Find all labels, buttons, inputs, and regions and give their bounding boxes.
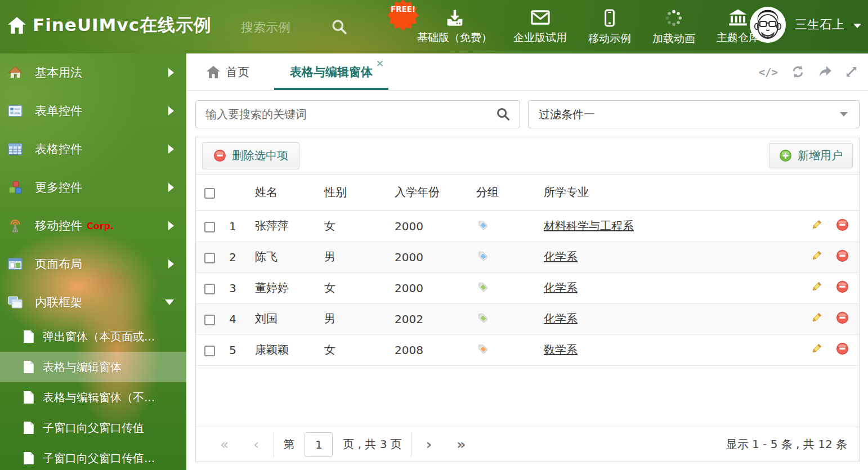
chevron-right-icon — [168, 106, 174, 115]
edit-row-button[interactable] — [810, 249, 823, 265]
prev-page-button[interactable]: ‹ — [241, 437, 271, 451]
table-row: 5 康颖颖 女 2008 数学系 — [196, 334, 859, 365]
table-row: 1 张萍萍 女 2000 材料科学与工程系 — [196, 211, 859, 241]
row-checkbox[interactable] — [204, 222, 215, 232]
refresh-button[interactable] — [791, 65, 805, 79]
view-source-button[interactable]: </> — [759, 66, 778, 78]
sidebar-subitem-grid-edit-window-no[interactable]: 表格与编辑窗体（不... — [0, 382, 186, 413]
chevron-right-icon — [168, 259, 174, 268]
sidebar-subitem-grid-edit-window[interactable]: 表格与编辑窗体 — [0, 352, 186, 382]
nav-item-mobile-demo[interactable]: 移动示例 — [578, 9, 642, 46]
nav-item-loading-animation[interactable]: 加载动画 — [642, 9, 706, 46]
minus-circle-icon — [836, 280, 849, 293]
search-icon[interactable] — [331, 19, 348, 35]
header-search — [241, 16, 359, 38]
app-header: FineUIMvc在线示例 FREE! 基础版（免费） 企业版试 — [0, 0, 868, 53]
table-row: 3 董婷婷 女 2000 化学系 — [196, 272, 859, 303]
sidebar-item-iframe[interactable]: 内联框架 — [0, 283, 186, 321]
sidebar-subitem-child-to-parent[interactable]: 子窗口向父窗口传值 — [0, 413, 186, 443]
major-link[interactable]: 化学系 — [544, 312, 578, 325]
sidebar-subitem-label: 表格与编辑窗体（不... — [43, 390, 155, 405]
header-nav: 基础版（免费） 企业版试用 移动示例 — [406, 9, 770, 46]
delete-selected-button[interactable]: 删除选中项 — [202, 142, 299, 169]
row-number: 4 — [221, 303, 247, 334]
delete-row-button[interactable] — [836, 280, 849, 296]
close-icon[interactable]: ✕ — [376, 59, 384, 69]
minus-circle-icon — [213, 149, 226, 162]
edit-row-button[interactable] — [810, 218, 823, 234]
antenna-icon — [8, 219, 23, 232]
sidebar-item-grid-controls[interactable]: 表格控件 — [0, 130, 186, 168]
major-link[interactable]: 化学系 — [544, 281, 578, 294]
filter-dropdown[interactable]: 过滤条件一 — [528, 100, 860, 128]
edit-row-button[interactable] — [810, 342, 823, 358]
layout-icon — [8, 258, 23, 270]
row-checkbox[interactable] — [204, 284, 215, 294]
sidebar-subitem-child-to-parent-2[interactable]: 子窗口向父窗口传值... — [0, 443, 186, 470]
record-count-summary: 显示 1 - 5 条 , 共 12 条 — [726, 437, 847, 452]
sidebar-subitem-label: 弹出窗体（本页面或... — [43, 329, 155, 344]
keyword-search-input[interactable] — [196, 108, 496, 121]
sidebar-item-label: 表单控件 — [35, 103, 82, 119]
header-search-input[interactable] — [241, 20, 331, 34]
cell-name: 董婷婷 — [247, 272, 316, 303]
sidebar-item-page-layout[interactable]: 页面布局 — [0, 245, 186, 283]
delete-row-button[interactable] — [836, 311, 849, 327]
add-user-button[interactable]: 新增用户 — [769, 143, 853, 168]
edit-row-button[interactable] — [810, 311, 823, 327]
user-menu[interactable]: 三生石上 — [750, 7, 861, 43]
row-number: 2 — [221, 241, 247, 272]
nav-item-basic-free[interactable]: 基础版（免费） — [406, 9, 503, 45]
delete-row-button[interactable] — [836, 249, 849, 265]
filter-row: 过滤条件一 — [195, 100, 860, 128]
main-content: 首页 表格与编辑窗体 ✕ </> — [186, 53, 868, 470]
first-page-button[interactable]: « — [208, 437, 241, 451]
sidebar-item-label: 内联框架 — [35, 294, 82, 310]
cell-name: 康颖颖 — [247, 334, 316, 365]
sidebar-item-form-controls[interactable]: 表单控件 — [0, 92, 186, 130]
sidebar-item-label: 页面布局 — [35, 256, 82, 272]
logo[interactable]: FineUIMvc在线示例 — [8, 14, 212, 37]
pencil-icon — [810, 218, 823, 231]
major-link[interactable]: 数学系 — [544, 343, 578, 356]
open-new-window-button[interactable] — [818, 65, 832, 78]
table-empty-area — [196, 366, 859, 427]
delete-row-button[interactable] — [836, 218, 849, 234]
row-checkbox[interactable] — [204, 346, 215, 356]
search-icon[interactable] — [496, 107, 511, 122]
cell-name: 张萍萍 — [247, 211, 316, 241]
edit-row-button[interactable] — [810, 280, 823, 296]
table-header-row: 姓名 性别 入学年份 分组 所学专业 — [196, 174, 859, 211]
row-checkbox[interactable] — [204, 315, 215, 325]
delete-row-button[interactable] — [836, 342, 849, 358]
sidebar-item-more-controls[interactable]: 更多控件 — [0, 168, 186, 207]
sidebar-subitem-label: 子窗口向父窗口传值... — [43, 451, 155, 466]
add-user-label: 新增用户 — [798, 148, 843, 163]
last-page-button[interactable]: » — [444, 437, 478, 451]
sidebar-subitem-popup-window[interactable]: 弹出窗体（本页面或... — [0, 321, 186, 352]
page-number-input[interactable] — [305, 432, 333, 457]
next-page-button[interactable]: › — [414, 437, 444, 451]
column-edit — [802, 174, 827, 211]
pencil-icon — [810, 342, 823, 355]
sidebar-item-label: 表格控件 — [35, 141, 82, 157]
tab-grid-edit-window[interactable]: 表格与编辑窗体 ✕ — [274, 53, 388, 90]
column-gender: 性别 — [316, 174, 386, 211]
nav-label: 加载动画 — [652, 32, 695, 46]
sidebar-subitem-label: 子窗口向父窗口传值 — [43, 420, 144, 436]
plus-circle-icon — [779, 149, 792, 162]
maximize-button[interactable] — [845, 65, 858, 78]
major-link[interactable]: 材料科学与工程系 — [544, 219, 634, 232]
select-all-checkbox[interactable] — [204, 188, 215, 199]
major-link[interactable]: 化学系 — [544, 250, 578, 263]
row-checkbox[interactable] — [204, 253, 215, 263]
tab-home[interactable]: 首页 — [201, 53, 255, 90]
nav-item-enterprise-trial[interactable]: 企业版试用 — [503, 9, 578, 45]
sidebar-item-basic-usage[interactable]: 基本用法 — [0, 53, 186, 92]
tag-icon — [476, 342, 489, 355]
file-icon — [23, 360, 35, 374]
bank-icon — [728, 9, 748, 26]
pencil-icon — [810, 280, 823, 293]
sidebar-item-mobile-controls[interactable]: 移动控件 Corp. — [0, 207, 186, 245]
user-name: 三生石上 — [795, 16, 844, 33]
